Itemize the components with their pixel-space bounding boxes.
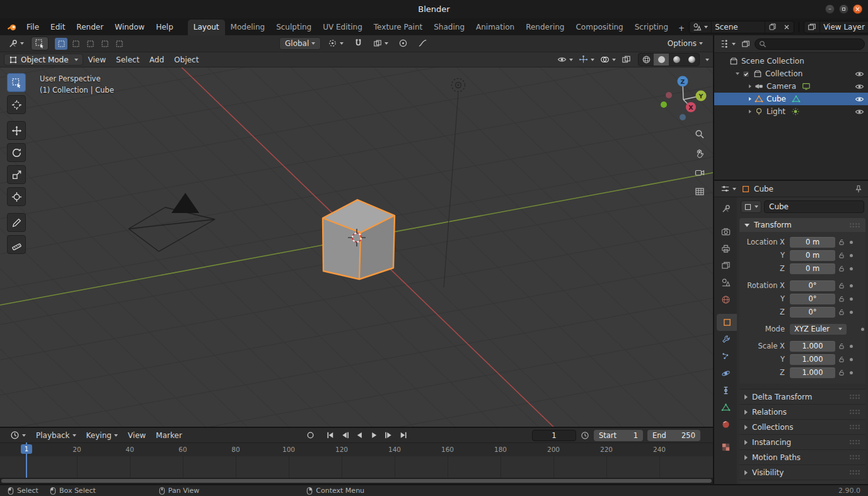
panel-grip-icon[interactable]	[849, 409, 860, 415]
tab-constraints[interactable]	[714, 382, 737, 399]
animate-decorator[interactable]	[847, 267, 855, 270]
object-name-field[interactable]	[764, 200, 864, 213]
record-button[interactable]	[304, 429, 317, 442]
shading-wireframe-button[interactable]	[639, 54, 654, 66]
outliner-row-scene-collection[interactable]: Scene Collection	[714, 55, 868, 67]
timeline-editor-dropdown[interactable]	[5, 429, 31, 442]
menu-playback[interactable]: Playback	[31, 429, 81, 442]
menu-file[interactable]: File	[21, 20, 45, 34]
shading-rendered-button[interactable]	[684, 54, 699, 66]
tab-scripting[interactable]: Scripting	[629, 20, 674, 35]
tab-world[interactable]	[714, 291, 737, 308]
menu-keying[interactable]: Keying	[81, 429, 123, 442]
animate-decorator[interactable]	[847, 241, 855, 244]
tool-rotate[interactable]	[7, 143, 26, 162]
location-x-field[interactable]: 0 m	[790, 237, 835, 248]
panel-delta-transform[interactable]: Delta Transform	[739, 389, 865, 404]
lock-toggle[interactable]	[835, 355, 847, 363]
object-visibility-dropdown[interactable]	[556, 54, 574, 66]
tab-modifiers[interactable]	[714, 331, 737, 348]
panel-viewport-display[interactable]: Viewport Display	[739, 480, 865, 484]
animate-decorator[interactable]	[859, 328, 867, 331]
navigation-gizmo[interactable]: Z Y X	[661, 76, 707, 121]
outliner-display-mode-dropdown[interactable]	[740, 38, 751, 50]
disclosure-collapsed-icon[interactable]	[746, 110, 755, 113]
snap-settings-dropdown[interactable]	[370, 37, 391, 50]
jump-to-start-button[interactable]	[324, 429, 337, 442]
outliner-row-collection[interactable]: Collection	[714, 67, 868, 80]
add-workspace-button[interactable]: +	[674, 21, 689, 35]
outliner-search[interactable]	[755, 38, 865, 50]
lock-toggle[interactable]	[835, 238, 847, 246]
hide-toggle[interactable]	[855, 107, 864, 117]
shading-options-caret[interactable]	[705, 59, 709, 61]
tool-move[interactable]	[7, 121, 26, 140]
properties-editor-dropdown[interactable]	[719, 183, 738, 195]
animate-decorator[interactable]	[847, 297, 855, 301]
lock-toggle[interactable]	[835, 282, 847, 289]
frame-end-field[interactable]: End 250	[647, 430, 700, 441]
tab-rendering[interactable]: Rendering	[520, 20, 570, 35]
panel-instancing[interactable]: Instancing	[739, 434, 865, 449]
scene-name[interactable]: Scene	[711, 21, 765, 33]
animate-decorator[interactable]	[847, 345, 855, 348]
view-layer-name[interactable]: View Layer	[819, 21, 868, 33]
gizmo-axis-ball[interactable]	[666, 92, 672, 98]
unlink-scene-button[interactable]	[780, 21, 794, 33]
menu-edit[interactable]: Edit	[45, 20, 71, 34]
lock-toggle[interactable]	[835, 251, 847, 259]
animate-decorator[interactable]	[847, 284, 855, 287]
panel-grip-icon[interactable]	[849, 394, 860, 400]
tab-shading[interactable]: Shading	[428, 20, 470, 35]
jump-to-end-button[interactable]	[396, 429, 410, 442]
scale-x-field[interactable]: 1.000	[790, 341, 835, 352]
disclosure-collapsed-icon[interactable]	[746, 84, 755, 88]
browse-scene-button[interactable]	[690, 21, 711, 33]
disclosure-expanded-icon[interactable]	[733, 72, 742, 75]
tool-measure[interactable]	[7, 235, 26, 254]
play-reverse-button[interactable]	[353, 429, 366, 442]
tab-output[interactable]	[714, 240, 737, 257]
pivot-point-dropdown[interactable]	[325, 37, 347, 50]
panel-grip-icon[interactable]	[849, 222, 860, 228]
transform-panel-header[interactable]: Transform	[739, 218, 865, 232]
scrollbar-thumb[interactable]	[1, 479, 712, 483]
timeline-ruler[interactable]: 20406080100120140160180200220240	[0, 442, 713, 456]
location-y-field[interactable]: 0 m	[790, 250, 835, 261]
timeline-track[interactable]	[0, 456, 713, 478]
current-frame-field[interactable]: 1	[532, 430, 576, 441]
snap-toggle[interactable]	[350, 37, 366, 50]
blender-logo-icon[interactable]	[6, 22, 18, 32]
outliner-row-light[interactable]: Light	[714, 105, 868, 118]
proportional-falloff-dropdown[interactable]	[415, 37, 431, 50]
search-input[interactable]	[769, 40, 860, 48]
tab-render[interactable]	[714, 223, 737, 240]
tab-particles[interactable]	[714, 348, 737, 365]
shading-material-button[interactable]	[669, 54, 684, 66]
mesh-data-icon[interactable]	[792, 95, 801, 103]
panel-grip-icon[interactable]	[849, 424, 860, 430]
active-tool-select-box[interactable]	[31, 37, 49, 50]
panel-motion-paths[interactable]: Motion Paths	[739, 449, 865, 464]
tool-select-box[interactable]	[7, 73, 26, 92]
panel-grip-icon[interactable]	[849, 439, 860, 445]
tool-annotate[interactable]	[7, 213, 26, 232]
select-mode-invert[interactable]	[98, 38, 111, 50]
lock-toggle[interactable]	[835, 308, 847, 316]
animate-decorator[interactable]	[847, 311, 855, 314]
menu-timeline-view[interactable]: View	[123, 429, 151, 442]
menu-render[interactable]: Render	[71, 20, 109, 34]
tab-tool[interactable]	[714, 200, 737, 217]
options-dropdown[interactable]: Options	[663, 37, 708, 50]
outliner-row-cube[interactable]: Cube	[714, 93, 868, 105]
ortho-toggle-button[interactable]	[696, 188, 703, 195]
menu-help[interactable]: Help	[150, 20, 178, 34]
lock-toggle[interactable]	[835, 265, 847, 272]
timeline-scrollbar[interactable]	[0, 478, 713, 484]
view-layer-icon-button[interactable]	[804, 21, 819, 33]
zoom-button[interactable]	[696, 130, 703, 138]
select-mode-subtract[interactable]	[84, 38, 96, 50]
tab-uv-editing[interactable]: UV Editing	[317, 20, 368, 35]
tab-layout[interactable]: Layout	[188, 20, 225, 35]
rotation-y-field[interactable]: 0°	[790, 294, 835, 304]
